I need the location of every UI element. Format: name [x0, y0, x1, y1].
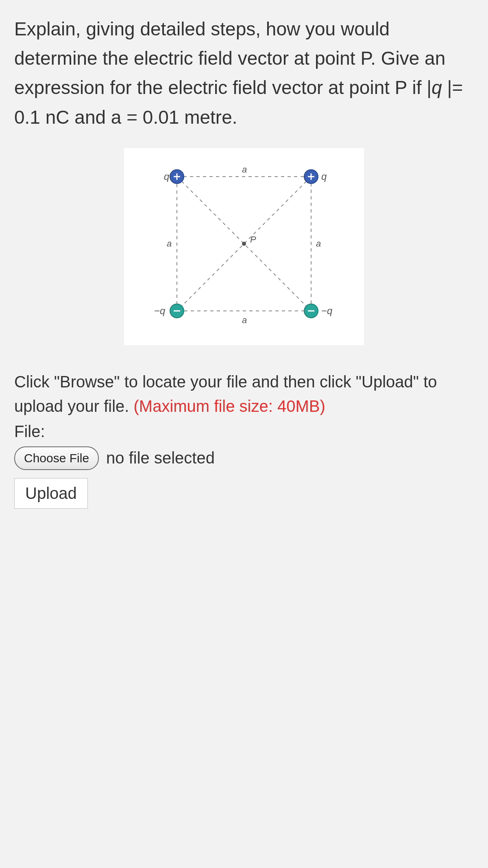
charge-label-br: −q [321, 305, 333, 316]
choose-file-button[interactable]: Choose File [14, 446, 99, 470]
charge-label-bl: −q [154, 305, 166, 316]
charge-diagram: P a a a a q q −q [124, 148, 364, 345]
upload-button[interactable]: Upload [14, 478, 88, 509]
charge-bottom-right: −q [304, 304, 333, 318]
no-file-selected-text: no file selected [106, 449, 215, 467]
diagram-container: P a a a a q q −q [14, 148, 474, 345]
side-label-right: a [316, 238, 321, 249]
charge-label-tl: q [164, 171, 170, 182]
question-prefix: Explain, giving detailed steps, how you … [14, 18, 445, 98]
side-label-bottom: a [242, 315, 247, 325]
diagram-svg: P a a a a q q −q [148, 160, 340, 331]
side-label-left: a [167, 238, 172, 249]
upload-instructions: Click "Browse" to locate your file and t… [14, 370, 474, 418]
svg-point-6 [242, 242, 246, 246]
charge-top-left: q [164, 170, 184, 184]
center-label: P [250, 234, 256, 245]
instructions-limit: (Maximum file size: 40MB) [134, 397, 325, 415]
charge-bottom-left: −q [154, 304, 184, 318]
charge-label-tr: q [321, 171, 327, 182]
side-label-top: a [242, 164, 247, 175]
file-label: File: [14, 422, 474, 441]
question-text: Explain, giving detailed steps, how you … [14, 14, 474, 132]
file-chooser-row: Choose File no file selected [14, 446, 474, 470]
variable-q: q [431, 77, 447, 98]
charge-top-right: q [304, 170, 327, 184]
